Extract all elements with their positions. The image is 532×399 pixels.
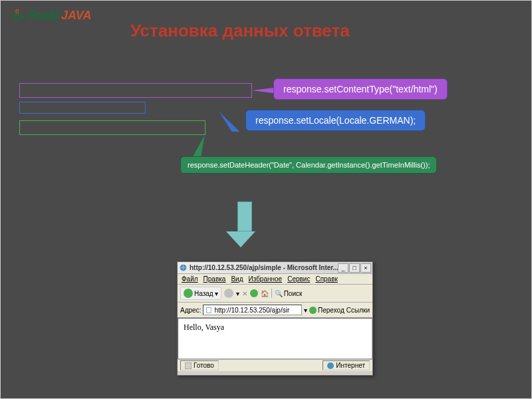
window-controls: _ □ × [338, 263, 371, 273]
menu-file[interactable]: Файл [182, 275, 198, 283]
page-icon [205, 307, 213, 314]
links-button[interactable]: Ссылки [346, 307, 370, 314]
menu-favorites[interactable]: Избранное [248, 275, 282, 283]
back-button[interactable]: Назад ▾ [180, 287, 221, 300]
logo-text-study: Study [28, 9, 59, 23]
menu-edit[interactable]: Правка [203, 275, 226, 283]
done-icon [185, 362, 192, 369]
address-dropdown-icon[interactable]: ▾ [304, 307, 307, 314]
browser-toolbar: Назад ▾ ▾ ✕ 🏠 🔍 Поиск [178, 285, 372, 303]
home-icon[interactable]: 🏠 [261, 290, 269, 297]
close-button[interactable]: × [360, 263, 371, 273]
search-label: Поиск [284, 290, 303, 297]
search-icon: 🔍 [275, 290, 283, 297]
stop-icon[interactable]: ✕ [242, 290, 247, 297]
callout-tail-green [193, 135, 209, 156]
address-label: Адрес: [180, 307, 201, 314]
back-label: Назад [194, 290, 213, 297]
browser-menubar: Файл Правка Вид Избранное Сервис Справк [178, 274, 372, 285]
address-url: http://10.12.53.250/ajp/sir [214, 307, 289, 314]
java-cup-icon [11, 7, 25, 23]
code-placeholder-2 [19, 102, 146, 114]
code-placeholder-3 [19, 120, 205, 135]
browser-titlebar: http://10.12.53.250/ajp/simple - Microso… [178, 262, 372, 274]
slide-title: Установка данных ответа [130, 21, 350, 41]
logo: Study JAVA [11, 7, 91, 23]
svg-rect-2 [185, 362, 192, 369]
status-ready-text: Готово [194, 362, 214, 369]
maximize-button[interactable]: □ [349, 263, 360, 273]
browser-title: http://10.12.53.250/ajp/simple - Microso… [190, 264, 338, 271]
globe-icon [327, 362, 334, 369]
ie-icon [179, 263, 188, 272]
callout-locale: response.setLocale(Locale.GERMAN); [245, 110, 426, 131]
callout-tail-purple [252, 88, 273, 93]
toolbar-separator: ▾ [236, 290, 239, 297]
go-label: Переход [318, 307, 344, 314]
callout-content-type: response.setContentType("text/html") [273, 78, 448, 100]
callout-date-header: response.setDateHeader("Date", Calendar.… [180, 156, 437, 174]
go-arrow-icon [309, 307, 317, 314]
back-arrow-icon [184, 289, 193, 298]
menu-view[interactable]: Вид [231, 275, 243, 283]
callout-tail-blue [215, 112, 239, 132]
browser-content: Hello, Vasya [178, 318, 372, 359]
logo-text-java: JAVA [61, 9, 91, 23]
forward-button[interactable] [224, 289, 233, 298]
dropdown-icon: ▾ [215, 290, 218, 297]
browser-window: http://10.12.53.250/ajp/simple - Microso… [177, 261, 373, 376]
separator [271, 289, 272, 298]
search-button[interactable]: 🔍 Поиск [275, 290, 303, 297]
arrow-down-icon [233, 201, 255, 247]
browser-addressbar: Адрес: http://10.12.53.250/ajp/sir ▾ Пер… [178, 303, 372, 318]
menu-tools[interactable]: Сервис [287, 275, 310, 283]
menu-help[interactable]: Справк [315, 275, 337, 283]
status-ready: Готово [180, 360, 219, 370]
refresh-icon[interactable] [250, 289, 258, 297]
status-zone: Интернет [323, 360, 370, 370]
minimize-button[interactable]: _ [338, 263, 348, 273]
code-placeholder-1 [19, 83, 252, 98]
browser-statusbar: Готово Интернет [178, 359, 372, 371]
address-input[interactable]: http://10.12.53.250/ajp/sir [203, 305, 302, 315]
status-zone-text: Интернет [336, 362, 365, 369]
svg-rect-1 [207, 307, 211, 313]
go-button[interactable]: Переход [309, 307, 344, 314]
